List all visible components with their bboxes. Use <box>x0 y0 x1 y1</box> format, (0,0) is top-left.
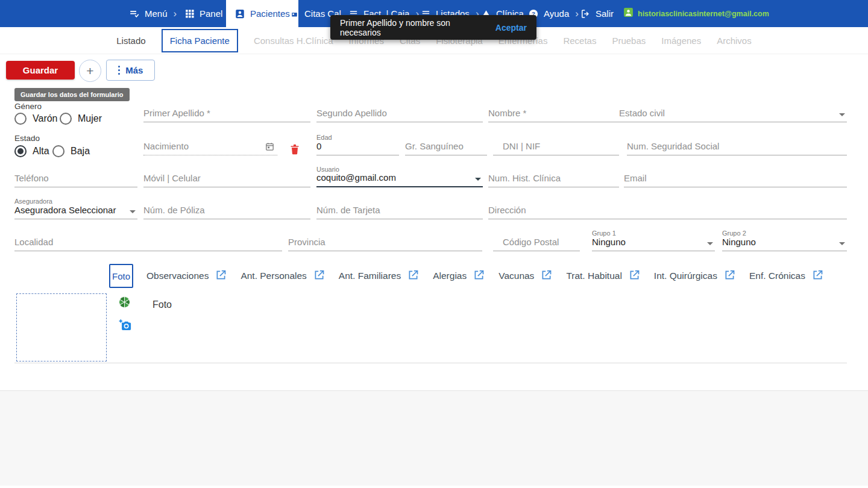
tab-listado[interactable]: Listado <box>116 36 145 46</box>
select-usuario[interactable]: Usuario coquito@gmail.com <box>316 166 483 187</box>
open-in-new-icon[interactable] <box>473 269 485 284</box>
add-photo-button[interactable] <box>118 318 131 332</box>
field-nacimiento[interactable]: Nacimiento <box>143 139 277 155</box>
webcam-capture-button[interactable] <box>118 296 131 308</box>
toast-accept-button[interactable]: Aceptar <box>495 23 527 33</box>
field-telefono[interactable]: Teléfono <box>14 171 137 187</box>
datepicker-icon[interactable] <box>265 142 275 152</box>
field-placeholder: Email <box>624 173 647 183</box>
field-edad[interactable]: Edad 0 <box>316 134 399 155</box>
field-movil-celular[interactable]: Móvil | Celular <box>143 171 310 187</box>
nav-item-label: Ayuda <box>544 8 569 19</box>
open-in-new-icon[interactable] <box>540 269 553 284</box>
nav-item-salir[interactable]: Salir <box>580 0 614 27</box>
dropdown-arrow-icon <box>839 242 845 245</box>
open-in-new-icon[interactable] <box>313 269 326 284</box>
save-button[interactable]: Guardar <box>6 61 75 80</box>
more-button[interactable]: Más <box>106 60 155 81</box>
tab-imagenes[interactable]: Imágenes <box>661 36 701 46</box>
field-placeholder: Localidad <box>14 237 53 247</box>
select-estado-civil[interactable]: Estado civil <box>619 106 847 122</box>
nav-item-label: Panel <box>200 8 222 19</box>
calendar-icon <box>289 8 300 19</box>
detail-tab-observaciones[interactable]: Observaciones <box>146 269 227 284</box>
nav-item-label: Menú <box>145 8 168 19</box>
detail-tab-enf-cronicas[interactable]: Enf. Crónicas <box>749 269 824 284</box>
radio-baja[interactable]: Baja <box>52 145 90 157</box>
field-placeholder: Provincia <box>288 237 326 247</box>
dropdown-arrow-icon <box>130 210 136 213</box>
open-in-new-icon[interactable] <box>811 269 824 284</box>
gender-group-label: Género <box>14 102 42 111</box>
field-gr-sanguineo[interactable]: Gr. Sanguíneo <box>405 139 487 155</box>
detail-tab-vacunas[interactable]: Vacunas <box>498 269 553 284</box>
detail-tab-label: Enf. Crónicas <box>749 271 805 281</box>
field-value: Aseguradora Seleccionar <box>14 205 116 215</box>
radio-varon[interactable]: Varón <box>14 113 58 125</box>
detail-tab-alergias[interactable]: Alergias <box>433 269 485 284</box>
detail-tab-ant-familiares[interactable]: Ant. Familiares <box>339 269 420 284</box>
dropdown-arrow-icon <box>707 242 713 245</box>
select-grupo1[interactable]: Grupo 1 Ninguno <box>592 230 715 251</box>
field-direccion[interactable]: Dirección <box>488 203 847 219</box>
field-placeholder: Gr. Sanguíneo <box>405 141 464 151</box>
open-in-new-icon[interactable] <box>723 269 736 284</box>
open-in-new-icon[interactable] <box>628 269 641 284</box>
field-localidad[interactable]: Localidad <box>14 235 282 251</box>
field-dni-nif[interactable]: DNI | NIF <box>493 139 619 155</box>
detail-tab-label: Trat. Habitual <box>566 271 621 281</box>
field-codigo-postal[interactable]: Código Postal <box>493 235 580 251</box>
grid-icon <box>184 8 195 19</box>
nav-item-menu[interactable]: Menú › <box>129 0 177 27</box>
radio-alta[interactable]: Alta <box>14 145 49 157</box>
add-button[interactable]: + <box>79 60 101 82</box>
tab-archivos[interactable]: Archivos <box>717 36 752 46</box>
chevron-right-icon: › <box>174 8 177 20</box>
field-placeholder: Dirección <box>488 205 526 215</box>
open-in-new-icon[interactable] <box>215 269 227 284</box>
field-nombre[interactable]: Nombre * <box>488 106 619 122</box>
field-segundo-apellido[interactable]: Segundo Apellido <box>316 106 483 122</box>
select-grupo2[interactable]: Grupo 2 Ninguno <box>722 230 847 251</box>
detail-tab-ant-personales[interactable]: Ant. Personales <box>241 269 325 284</box>
menu-icon <box>129 8 140 19</box>
field-email[interactable]: Email <box>624 171 847 187</box>
field-value: Ninguno <box>592 237 626 247</box>
detail-tab-label: Ant. Familiares <box>339 271 401 281</box>
nav-item-label: Salir <box>596 8 614 19</box>
field-placeholder: DNI | NIF <box>503 141 540 151</box>
detail-tab-foto[interactable]: Foto <box>109 264 133 288</box>
tab-consultas-hclinica[interactable]: Consultas H.Clínica <box>254 36 333 46</box>
detail-tab-label: Foto <box>112 271 130 281</box>
detail-tab-trat-habitual[interactable]: Trat. Habitual <box>566 269 640 284</box>
field-num-tarjeta[interactable]: Núm. de Tarjeta <box>316 203 483 219</box>
delete-birthdate-button[interactable] <box>288 142 302 158</box>
field-provincia[interactable]: Provincia <box>288 235 482 251</box>
photo-dropzone[interactable] <box>16 293 107 361</box>
section-divider <box>14 363 847 363</box>
field-primer-apellido[interactable]: Primer Apellido * <box>143 106 310 122</box>
detail-tab-label: Ant. Personales <box>241 271 306 281</box>
nav-item-pacientes[interactable]: Pacientes <box>226 0 298 27</box>
field-placeholder: Teléfono <box>14 173 49 183</box>
field-placeholder: Primer Apellido * <box>143 108 210 118</box>
tab-ficha-paciente[interactable]: Ficha Paciente <box>162 29 238 52</box>
select-aseguradora[interactable]: Aseguradora Aseguradora Seleccionar <box>14 198 137 219</box>
toast-message: Primer Apellido y nombre son necesarios <box>340 18 488 37</box>
radio-label: Mujer <box>78 113 102 124</box>
detail-tab-int-quirurgicas[interactable]: Int. Quirúrgicas <box>654 269 736 284</box>
nav-item-panel[interactable]: Panel <box>184 0 222 27</box>
field-value: 0 <box>316 141 321 151</box>
field-num-seguridad-social[interactable]: Num. Seguridad Social <box>627 139 847 155</box>
snackbar-toast: Primer Apellido y nombre son necesarios … <box>330 15 536 40</box>
account-badge[interactable]: historiasclinicasinternet@gmail.com <box>623 0 769 27</box>
radio-label: Alta <box>33 146 49 157</box>
tab-pruebas[interactable]: Pruebas <box>612 36 646 46</box>
tab-recetas[interactable]: Recetas <box>563 36 596 46</box>
patient-icon <box>234 8 245 19</box>
field-num-hist-clinica[interactable]: Num. Hist. Clínica <box>488 171 619 187</box>
radio-mujer[interactable]: Mujer <box>60 113 102 125</box>
open-in-new-icon[interactable] <box>407 269 420 284</box>
save-tooltip: Guardar los datos del formulario <box>14 88 130 101</box>
field-num-poliza[interactable]: Núm. de Póliza <box>143 203 310 219</box>
